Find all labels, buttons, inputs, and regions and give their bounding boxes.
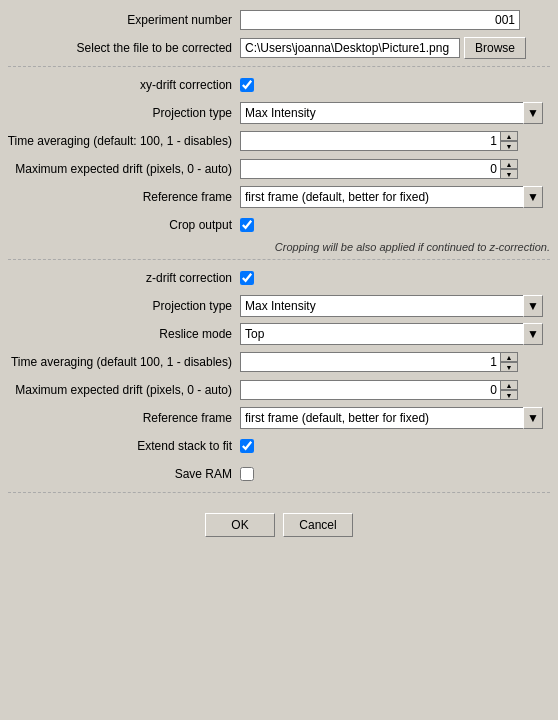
- reference-frame-z-row: Reference frame first frame (default, be…: [0, 406, 558, 430]
- extend-stack-row: Extend stack to fit: [0, 434, 558, 458]
- max-drift-xy-down[interactable]: ▼: [500, 169, 518, 179]
- time-averaging-xy-control: ▲ ▼: [240, 131, 558, 151]
- z-drift-control: [240, 271, 558, 285]
- crop-output-checkbox[interactable]: [240, 218, 254, 232]
- reference-frame-z-select[interactable]: first frame (default, better for fixed) …: [240, 407, 543, 429]
- time-averaging-z-control: ▲ ▼: [240, 352, 558, 372]
- save-ram-row: Save RAM: [0, 462, 558, 486]
- reference-frame-xy-label: Reference frame: [0, 190, 240, 204]
- reference-frame-xy-control: first frame (default, better for fixed) …: [240, 186, 558, 208]
- divider-2: [8, 259, 550, 260]
- time-averaging-xy-spinner: ▲ ▼: [240, 131, 518, 151]
- max-drift-xy-label: Maximum expected drift (pixels, 0 - auto…: [0, 162, 240, 176]
- crop-output-control: [240, 218, 558, 232]
- xy-drift-control: [240, 78, 558, 92]
- projection-type-z-select[interactable]: Max Intensity Average Sum: [240, 295, 543, 317]
- experiment-number-row: Experiment number: [0, 8, 558, 32]
- save-ram-control: [240, 467, 558, 481]
- projection-type-xy-wrapper: Max Intensity Average Sum ▼: [240, 102, 543, 124]
- projection-type-xy-row: Projection type Max Intensity Average Su…: [0, 101, 558, 125]
- xy-drift-row: xy-drift correction: [0, 73, 558, 97]
- time-averaging-z-input[interactable]: [240, 352, 518, 372]
- projection-type-z-label: Projection type: [0, 299, 240, 313]
- reslice-mode-wrapper: Top Left Right Bottom ▼: [240, 323, 543, 345]
- max-drift-z-control: ▲ ▼: [240, 380, 558, 400]
- max-drift-z-up[interactable]: ▲: [500, 380, 518, 390]
- button-row: OK Cancel: [0, 505, 558, 537]
- z-drift-checkbox[interactable]: [240, 271, 254, 285]
- max-drift-xy-spinner-btns: ▲ ▼: [500, 159, 518, 179]
- max-drift-z-input[interactable]: [240, 380, 518, 400]
- time-averaging-z-row: Time averaging (default 100, 1 - disable…: [0, 350, 558, 374]
- max-drift-z-spinner-btns: ▲ ▼: [500, 380, 518, 400]
- reslice-mode-label: Reslice mode: [0, 327, 240, 341]
- projection-type-z-control: Max Intensity Average Sum ▼: [240, 295, 558, 317]
- extend-stack-control: [240, 439, 558, 453]
- max-drift-z-label: Maximum expected drift (pixels, 0 - auto…: [0, 383, 240, 397]
- time-averaging-xy-spinner-btns: ▲ ▼: [500, 131, 518, 151]
- extend-stack-label: Extend stack to fit: [0, 439, 240, 453]
- divider-3: [8, 492, 550, 493]
- projection-type-z-wrapper: Max Intensity Average Sum ▼: [240, 295, 543, 317]
- time-averaging-z-label: Time averaging (default 100, 1 - disable…: [0, 355, 240, 369]
- time-averaging-z-up[interactable]: ▲: [500, 352, 518, 362]
- experiment-number-label: Experiment number: [0, 13, 240, 27]
- reslice-mode-control: Top Left Right Bottom ▼: [240, 323, 558, 345]
- xy-drift-checkbox[interactable]: [240, 78, 254, 92]
- time-averaging-xy-up[interactable]: ▲: [500, 131, 518, 141]
- file-label: Select the file to be corrected: [0, 41, 240, 55]
- reslice-mode-row: Reslice mode Top Left Right Bottom ▼: [0, 322, 558, 346]
- max-drift-xy-input[interactable]: [240, 159, 518, 179]
- max-drift-xy-up[interactable]: ▲: [500, 159, 518, 169]
- projection-type-xy-control: Max Intensity Average Sum ▼: [240, 102, 558, 124]
- max-drift-xy-control: ▲ ▼: [240, 159, 558, 179]
- max-drift-xy-spinner: ▲ ▼: [240, 159, 518, 179]
- cancel-button[interactable]: Cancel: [283, 513, 353, 537]
- time-averaging-z-spinner-btns: ▲ ▼: [500, 352, 518, 372]
- reslice-mode-select[interactable]: Top Left Right Bottom: [240, 323, 543, 345]
- reference-frame-z-wrapper: first frame (default, better for fixed) …: [240, 407, 543, 429]
- max-drift-xy-row: Maximum expected drift (pixels, 0 - auto…: [0, 157, 558, 181]
- save-ram-label: Save RAM: [0, 467, 240, 481]
- ok-button[interactable]: OK: [205, 513, 275, 537]
- max-drift-z-row: Maximum expected drift (pixels, 0 - auto…: [0, 378, 558, 402]
- time-averaging-xy-input[interactable]: [240, 131, 518, 151]
- crop-note: Cropping will be also applied if continu…: [0, 241, 558, 253]
- extend-stack-checkbox[interactable]: [240, 439, 254, 453]
- experiment-number-control: [240, 10, 558, 30]
- time-averaging-xy-row: Time averaging (default: 100, 1 - disabl…: [0, 129, 558, 153]
- reference-frame-xy-row: Reference frame first frame (default, be…: [0, 185, 558, 209]
- divider-1: [8, 66, 550, 67]
- projection-type-z-row: Projection type Max Intensity Average Su…: [0, 294, 558, 318]
- z-drift-row: z-drift correction: [0, 266, 558, 290]
- file-control: Browse: [240, 37, 558, 59]
- main-dialog: Experiment number Select the file to be …: [0, 0, 558, 720]
- projection-type-xy-select[interactable]: Max Intensity Average Sum: [240, 102, 543, 124]
- file-row: Select the file to be corrected Browse: [0, 36, 558, 60]
- max-drift-z-down[interactable]: ▼: [500, 390, 518, 400]
- experiment-number-input[interactable]: [240, 10, 520, 30]
- xy-drift-label: xy-drift correction: [0, 78, 240, 92]
- z-drift-label: z-drift correction: [0, 271, 240, 285]
- crop-output-row: Crop output: [0, 213, 558, 237]
- reference-frame-z-control: first frame (default, better for fixed) …: [240, 407, 558, 429]
- save-ram-checkbox[interactable]: [240, 467, 254, 481]
- time-averaging-z-down[interactable]: ▼: [500, 362, 518, 372]
- reference-frame-xy-select[interactable]: first frame (default, better for fixed) …: [240, 186, 543, 208]
- max-drift-z-spinner: ▲ ▼: [240, 380, 518, 400]
- file-path-input[interactable]: [240, 38, 460, 58]
- browse-button[interactable]: Browse: [464, 37, 526, 59]
- reference-frame-z-label: Reference frame: [0, 411, 240, 425]
- projection-type-xy-label: Projection type: [0, 106, 240, 120]
- time-averaging-xy-down[interactable]: ▼: [500, 141, 518, 151]
- crop-output-label: Crop output: [0, 218, 240, 232]
- time-averaging-xy-label: Time averaging (default: 100, 1 - disabl…: [0, 134, 240, 148]
- time-averaging-z-spinner: ▲ ▼: [240, 352, 518, 372]
- reference-frame-xy-wrapper: first frame (default, better for fixed) …: [240, 186, 543, 208]
